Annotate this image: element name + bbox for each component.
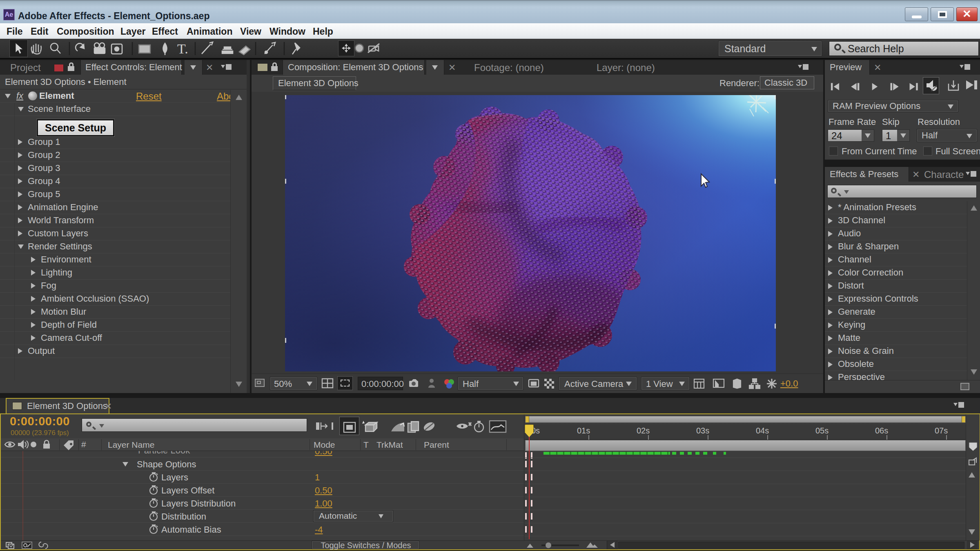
svg-text:T.: T.	[177, 41, 188, 56]
